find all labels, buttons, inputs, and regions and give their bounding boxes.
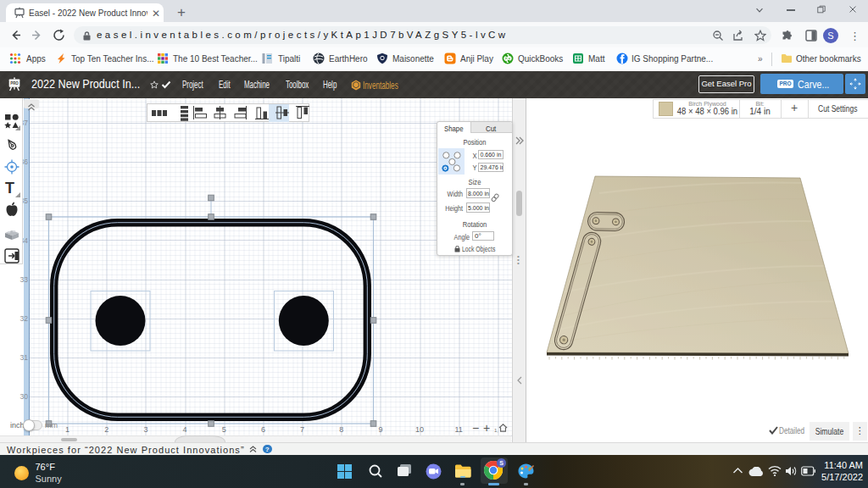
svg-text:PRO: PRO	[10, 81, 19, 86]
